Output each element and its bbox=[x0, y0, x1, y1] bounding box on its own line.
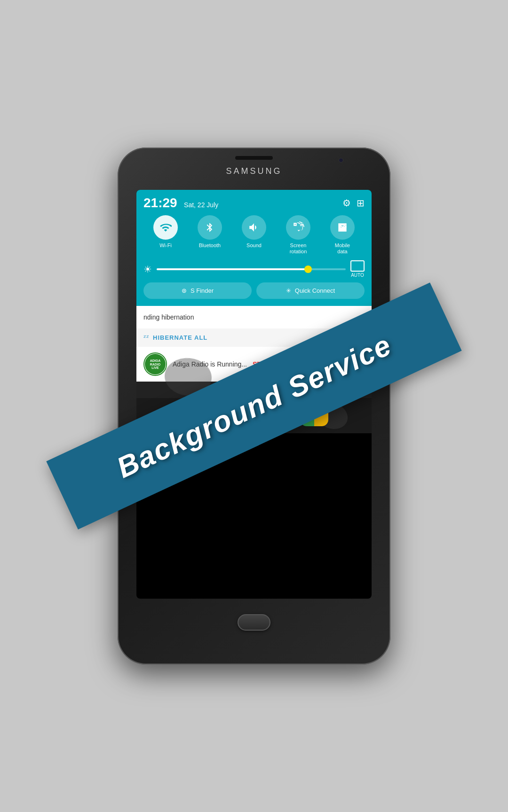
brightness-knob bbox=[304, 265, 312, 273]
wifi-label: Wi-Fi bbox=[159, 242, 172, 249]
s-finder-label: S Finder bbox=[190, 287, 214, 294]
current-date: Sat, 22 July bbox=[184, 201, 218, 209]
wifi-toggle[interactable]: Wi-Fi bbox=[153, 215, 178, 255]
bluetooth-toggle[interactable]: Bluetooth bbox=[198, 215, 222, 255]
mobile-data-label: Mobiledata bbox=[335, 242, 350, 255]
status-bar: 21:29 Sat, 22 July ⚙ ⊞ bbox=[143, 195, 365, 211]
auto-icon bbox=[350, 260, 365, 272]
brightness-bar[interactable] bbox=[157, 268, 346, 270]
clear-button[interactable]: CLEAR bbox=[342, 386, 365, 393]
brightness-icon[interactable]: ☀ bbox=[143, 264, 152, 275]
toggle-row: Wi-Fi Bluetooth bbox=[143, 215, 365, 255]
brand-logo: SAMSUNG bbox=[226, 166, 282, 176]
bottom-bezel bbox=[118, 599, 390, 646]
dock-browser-app[interactable] bbox=[260, 398, 288, 426]
app-dock bbox=[180, 398, 328, 426]
phone-shell: SAMSUNG 21:29 Sat, 22 July ⚙ ⊞ bbox=[118, 148, 390, 664]
page-wrapper: Background Service SAMSUNG 21:29 Sat, 22… bbox=[0, 0, 508, 812]
notification-area: nding hibernation ᶻᶻ HIBERNATE ALL ADIGA… bbox=[136, 306, 372, 433]
radio-logo-inner: ADIGA RADIO LIVE bbox=[145, 354, 166, 375]
homescreen: ⌃ bbox=[136, 398, 372, 433]
auto-brightness[interactable]: AUTO bbox=[350, 260, 365, 278]
s-finder-button[interactable]: ⊛ S Finder bbox=[143, 282, 252, 299]
wifi-icon-circle bbox=[153, 215, 178, 240]
stop-button[interactable]: STOP bbox=[253, 360, 270, 368]
brightness-fill bbox=[157, 268, 308, 270]
mobile-data-toggle[interactable]: Mobiledata bbox=[330, 215, 355, 255]
s-finder-icon: ⊛ bbox=[182, 287, 187, 294]
brightness-row: ☀ AUTO bbox=[143, 260, 365, 278]
dock-phone-app[interactable] bbox=[180, 398, 208, 426]
rotation-label: Screenrotation bbox=[290, 242, 307, 255]
radio-logo: ADIGA RADIO LIVE bbox=[143, 352, 167, 376]
home-button[interactable] bbox=[238, 614, 270, 631]
sound-label: Sound bbox=[246, 242, 262, 249]
radio-logo-text-3: LIVE bbox=[151, 366, 159, 370]
hibernate-section-title: nding hibernation bbox=[143, 313, 194, 321]
bluetooth-icon-circle bbox=[198, 215, 222, 240]
rotation-toggle[interactable]: Screenrotation bbox=[286, 215, 310, 255]
hibernate-icon: ᶻᶻ bbox=[143, 333, 149, 342]
sound-toggle[interactable]: Sound bbox=[242, 215, 266, 255]
mobile-data-icon-circle bbox=[330, 215, 355, 240]
dock-chrome-app[interactable] bbox=[300, 398, 328, 426]
hibernate-section: nding hibernation bbox=[136, 306, 372, 328]
speaker-grille bbox=[235, 156, 273, 160]
quick-connect-label: Quick Connect bbox=[295, 287, 335, 294]
finder-row: ⊛ S Finder ✳ Quick Connect bbox=[143, 282, 365, 299]
quick-connect-icon: ✳ bbox=[286, 287, 291, 294]
quick-settings-panel: 21:29 Sat, 22 July ⚙ ⊞ bbox=[136, 190, 372, 306]
status-icons: ⚙ ⊞ bbox=[342, 197, 365, 209]
quick-connect-button[interactable]: ✳ Quick Connect bbox=[256, 282, 365, 299]
auto-label: AUTO bbox=[350, 273, 365, 278]
sound-icon-circle bbox=[242, 215, 266, 240]
rotation-icon-circle bbox=[286, 215, 310, 240]
current-time: 21:29 bbox=[143, 195, 177, 210]
phone-screen: 21:29 Sat, 22 July ⚙ ⊞ bbox=[136, 190, 372, 599]
settings-icon[interactable]: ⚙ bbox=[342, 197, 351, 209]
dock-contacts-app[interactable] bbox=[220, 398, 248, 426]
front-camera bbox=[339, 158, 343, 163]
radio-logo-text-1: ADIGA bbox=[150, 359, 161, 363]
radio-logo-text-2: RADIO bbox=[150, 363, 161, 367]
bluetooth-label: Bluetooth bbox=[199, 242, 221, 249]
hibernate-row[interactable]: ᶻᶻ HIBERNATE ALL bbox=[136, 329, 372, 346]
hibernate-label: HIBERNATE ALL bbox=[153, 334, 207, 341]
grid-icon[interactable]: ⊞ bbox=[357, 197, 365, 209]
time-date: 21:29 Sat, 22 July bbox=[143, 195, 218, 211]
top-bezel: SAMSUNG bbox=[118, 148, 390, 190]
